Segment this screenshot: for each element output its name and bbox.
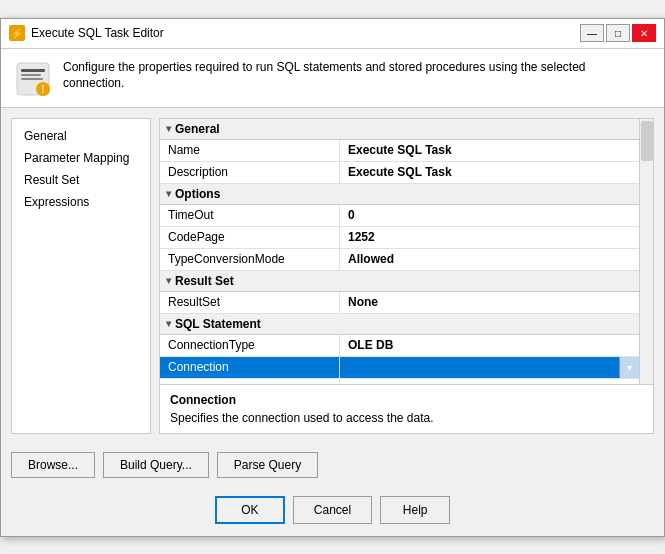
sidebar-item-expressions[interactable]: Expressions	[12, 191, 150, 213]
chevron-sqlstatement: ▾	[166, 318, 171, 329]
connection-dropdown-arrow[interactable]: ▾	[619, 357, 639, 378]
section-header-options: ▾ Options	[160, 184, 639, 205]
prop-label-description: Description	[160, 162, 340, 183]
parse-query-button[interactable]: Parse Query	[217, 452, 318, 478]
prop-value-description: Execute SQL Task	[340, 162, 639, 183]
prop-value-timeout: 0	[340, 205, 639, 226]
browse-button[interactable]: Browse...	[11, 452, 95, 478]
sidebar-item-parameter-mapping[interactable]: Parameter Mapping	[12, 147, 150, 169]
build-query-button[interactable]: Build Query...	[103, 452, 209, 478]
sidebar: General Parameter Mapping Result Set Exp…	[11, 118, 151, 434]
prop-value-connectiontype: OLE DB	[340, 335, 639, 356]
prop-label-typeconversion: TypeConversionMode	[160, 249, 340, 270]
prop-label-timeout: TimeOut	[160, 205, 340, 226]
svg-rect-2	[21, 74, 41, 76]
prop-value-connection[interactable]: ▾	[340, 357, 639, 378]
chevron-options: ▾	[166, 188, 171, 199]
prop-row-name: Name Execute SQL Task	[160, 140, 639, 162]
header-icon: !	[15, 61, 51, 97]
description-text: Specifies the connection used to access …	[170, 411, 643, 425]
property-table-wrapper: ▾ General Name Execute SQL Task Descript…	[160, 119, 653, 384]
chevron-general: ▾	[166, 123, 171, 134]
action-button-row: Browse... Build Query... Parse Query	[1, 444, 664, 488]
prop-value-name: Execute SQL Task	[340, 140, 639, 161]
prop-row-connectiontype: ConnectionType OLE DB	[160, 335, 639, 357]
property-table: ▾ General Name Execute SQL Task Descript…	[160, 119, 639, 384]
prop-row-connection[interactable]: Connection ▾	[160, 357, 639, 379]
main-content: General Parameter Mapping Result Set Exp…	[1, 108, 664, 444]
prop-value-codepage: 1252	[340, 227, 639, 248]
help-button[interactable]: Help	[380, 496, 450, 524]
description-title: Connection	[170, 393, 643, 407]
section-label-options: Options	[175, 187, 220, 201]
section-label-general: General	[175, 122, 220, 136]
prop-value-resultset: None	[340, 292, 639, 313]
close-button[interactable]: ✕	[632, 24, 656, 42]
connection-input[interactable]	[340, 357, 639, 378]
svg-rect-1	[21, 69, 45, 72]
title-bar-left: ⚡ Execute SQL Task Editor	[9, 25, 164, 41]
ok-button[interactable]: OK	[215, 496, 285, 524]
title-controls: — □ ✕	[580, 24, 656, 42]
svg-rect-3	[21, 78, 43, 80]
window-icon: ⚡	[9, 25, 25, 41]
prop-row-timeout: TimeOut 0	[160, 205, 639, 227]
prop-row-description: Description Execute SQL Task	[160, 162, 639, 184]
sidebar-item-result-set[interactable]: Result Set	[12, 169, 150, 191]
window-title: Execute SQL Task Editor	[31, 26, 164, 40]
cancel-button[interactable]: Cancel	[293, 496, 372, 524]
section-label-resultset: Result Set	[175, 274, 234, 288]
header-banner: ! Configure the properties required to r…	[1, 49, 664, 108]
prop-value-typeconversion: Allowed	[340, 249, 639, 270]
section-header-sqlstatement: ▾ SQL Statement	[160, 314, 639, 335]
property-panel: ▾ General Name Execute SQL Task Descript…	[159, 118, 654, 434]
section-label-sqlstatement: SQL Statement	[175, 317, 261, 331]
minimize-button[interactable]: —	[580, 24, 604, 42]
maximize-button[interactable]: □	[606, 24, 630, 42]
prop-row-resultset: ResultSet None	[160, 292, 639, 314]
sidebar-item-general[interactable]: General	[12, 125, 150, 147]
header-text: Configure the properties required to run…	[63, 59, 650, 93]
prop-label-codepage: CodePage	[160, 227, 340, 248]
section-header-resultset: ▾ Result Set	[160, 271, 639, 292]
scrollbar-track[interactable]	[639, 119, 653, 384]
prop-label-connectiontype: ConnectionType	[160, 335, 340, 356]
chevron-resultset: ▾	[166, 275, 171, 286]
prop-label-name: Name	[160, 140, 340, 161]
svg-text:!: !	[41, 84, 44, 95]
prop-label-connection: Connection	[160, 357, 340, 378]
prop-label-resultset: ResultSet	[160, 292, 340, 313]
prop-row-typeconversion: TypeConversionMode Allowed	[160, 249, 639, 271]
section-header-general: ▾ General	[160, 119, 639, 140]
main-window: ⚡ Execute SQL Task Editor — □ ✕ ! Config…	[0, 18, 665, 537]
prop-row-codepage: CodePage 1252	[160, 227, 639, 249]
title-bar: ⚡ Execute SQL Task Editor — □ ✕	[1, 19, 664, 49]
footer: OK Cancel Help	[1, 488, 664, 536]
description-panel: Connection Specifies the connection used…	[160, 384, 653, 433]
